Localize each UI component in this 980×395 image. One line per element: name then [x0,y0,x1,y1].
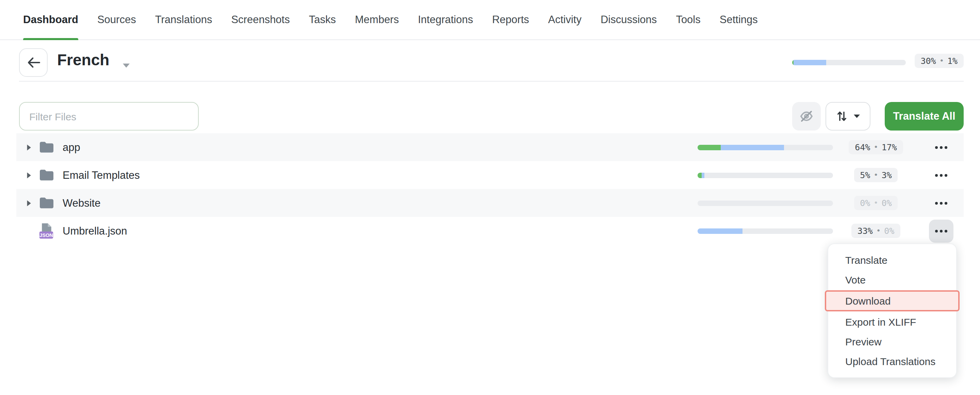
row-actions-button[interactable] [929,219,953,243]
context-menu-item-download[interactable]: Download [825,290,959,311]
file-name: Email Templates [63,169,140,181]
translated-progress-segment [698,228,742,233]
file-row[interactable]: JSON Website 0% • 0% [16,189,964,217]
hide-translated-button[interactable] [792,102,821,130]
nav-tab-dashboard[interactable]: Dashboard [23,0,78,40]
context-menu-item-vote[interactable]: Vote [828,270,956,290]
translated-progress-segment [702,172,705,178]
approved-progress-segment [698,144,721,150]
project-nav: DashboardSourcesTranslationsScreenshotsT… [0,0,980,40]
eye-off-icon [798,108,815,124]
file-name: Umbrella.json [63,225,127,237]
approved-percent: 1% [947,56,958,66]
row-actions-button[interactable] [929,191,953,214]
chevron-down-icon [123,63,130,68]
arrow-left-icon [27,57,40,68]
nav-tab-settings[interactable]: Settings [720,0,758,40]
file-progress-badge: 5% • 3% [854,168,898,182]
translate-all-button[interactable]: Translate All [885,102,964,130]
context-menu-item-preview[interactable]: Preview [828,332,956,352]
nav-tab-activity[interactable]: Activity [548,0,582,40]
nav-tab-discussions[interactable]: Discussions [601,0,657,40]
nav-tab-tools[interactable]: Tools [676,0,700,40]
approved-percent: 0% [884,226,894,236]
badge-separator: • [940,56,944,65]
nav-tab-integrations[interactable]: Integrations [418,0,473,40]
approved-percent: 3% [882,170,892,180]
translated-percent: 0% [860,198,870,208]
nav-tab-members[interactable]: Members [355,0,399,40]
approved-percent: 17% [882,142,897,152]
badge-separator: • [873,198,878,207]
ellipsis-icon [935,201,938,204]
sort-arrows-icon [836,110,847,122]
translated-percent: 5% [860,170,870,180]
file-list: JSON app 64% • 17% [16,133,964,245]
file-progress-bar [698,144,833,150]
file-progress-bar [698,228,833,233]
back-button[interactable] [19,48,48,77]
row-actions-button[interactable] [929,163,953,187]
chevron-right-icon[interactable] [25,200,32,206]
file-row[interactable]: JSON Umbrella.json 33% • 0% [16,217,964,245]
nav-tab-sources[interactable]: Sources [97,0,136,40]
file-progress-badge: 0% • 0% [854,196,898,210]
badge-separator: • [873,171,878,179]
language-progress-bar [792,60,906,65]
translated-percent: 64% [855,142,870,152]
file-progress-badge: 64% • 17% [849,140,903,154]
filter-files-input[interactable] [19,102,199,130]
file-progress-badge: 33% • 0% [851,224,901,238]
translated-percent: 33% [858,226,873,236]
nav-tab-screenshots[interactable]: Screenshots [231,0,290,40]
badge-separator: • [873,143,878,152]
language-menu-caret[interactable] [123,59,130,71]
chevron-right-icon[interactable] [25,172,32,178]
file-progress-bar [698,200,833,206]
chevron-down-icon [853,114,860,118]
json-file-icon: JSON [39,222,54,240]
translated-progress-segment [793,60,826,65]
approved-percent: 0% [882,198,892,208]
nav-tab-translations[interactable]: Translations [155,0,212,40]
context-menu-item-export-in-xliff[interactable]: Export in XLIFF [828,312,956,332]
ellipsis-icon [935,174,938,176]
language-progress-badge: 30% • 1% [914,54,964,68]
ellipsis-icon [935,146,938,149]
context-menu-item-upload-translations[interactable]: Upload Translations [828,352,956,371]
badge-separator: • [876,227,881,235]
page-title: French [57,51,109,69]
folder-icon [39,141,53,153]
sort-button[interactable] [826,102,870,130]
ellipsis-icon [935,230,938,232]
folder-icon [39,169,53,181]
translated-percent: 30% [920,56,936,66]
chevron-right-icon[interactable] [25,144,32,151]
context-menu-item-translate[interactable]: Translate [828,250,956,270]
header-divider [19,81,964,82]
folder-icon [39,197,53,209]
translated-progress-segment [721,144,784,150]
file-row[interactable]: JSON Email Templates 5% • 3% [16,161,964,189]
app-window: DashboardSourcesTranslationsScreenshotsT… [0,0,980,395]
nav-tab-reports[interactable]: Reports [492,0,529,40]
file-name: app [63,141,80,153]
file-row[interactable]: JSON app 64% • 17% [16,133,964,161]
file-context-menu: TranslateVoteDownloadExport in XLIFFPrev… [827,243,957,378]
svg-text:JSON: JSON [40,232,53,238]
file-progress-bar [698,172,833,178]
row-actions-button[interactable] [929,136,953,159]
nav-tab-tasks[interactable]: Tasks [309,0,336,40]
approved-progress-segment [698,172,702,178]
file-name: Website [63,197,100,209]
